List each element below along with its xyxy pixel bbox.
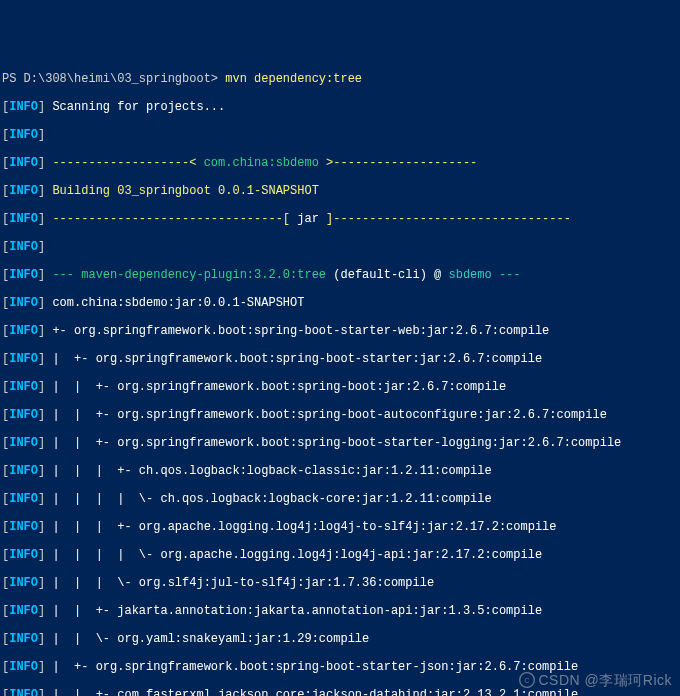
scan-text: Scanning for projects... <box>52 100 225 114</box>
tree-line: [INFO] | +- org.springframework.boot:spr… <box>2 352 680 366</box>
tree-line: [INFO] | | +- org.springframework.boot:s… <box>2 380 680 394</box>
info-line: [INFO] --- maven-dependency-plugin:3.2.0… <box>2 268 680 282</box>
tree-line: [INFO] | | | | \- org.apache.logging.log… <box>2 548 680 562</box>
artifact: sbdemo <box>449 268 492 282</box>
plugin-name: maven-dependency-plugin:3.2.0:tree <box>81 268 326 282</box>
build-title: Building 03_springboot 0.0.1-SNAPSHOT <box>52 184 318 198</box>
tree-line: [INFO] | | +- org.springframework.boot:s… <box>2 408 680 422</box>
tree-line: [INFO] | | | +- org.apache.logging.log4j… <box>2 520 680 534</box>
packaging: jar <box>297 212 319 226</box>
info-line: [INFO] Building 03_springboot 0.0.1-SNAP… <box>2 184 680 198</box>
tree-line: [INFO] | | +- org.springframework.boot:s… <box>2 436 680 450</box>
watermark-text: CSDN @李瑞珂Rick <box>539 672 673 688</box>
tree-line: [INFO] | | +- jakarta.annotation:jakarta… <box>2 604 680 618</box>
tree-root: [INFO] com.china:sbdemo:jar:0.0.1-SNAPSH… <box>2 296 680 310</box>
tree-line: [INFO] | | | | \- ch.qos.logback:logback… <box>2 492 680 506</box>
info-line: [INFO] <box>2 240 680 254</box>
project: com.china:sbdemo <box>204 156 319 170</box>
prompt-path: PS D:\308\heimi\03_springboot> <box>2 72 218 86</box>
info-line: [INFO] --------------------------------[… <box>2 212 680 226</box>
svg-text:C: C <box>524 677 529 684</box>
command: mvn dependency:tree <box>225 72 362 86</box>
info-line: [INFO] <box>2 128 680 142</box>
tree-line: [INFO] +- org.springframework.boot:sprin… <box>2 324 680 338</box>
prompt-line: PS D:\308\heimi\03_springboot> mvn depen… <box>2 72 680 86</box>
rule: -------------------< <box>52 156 203 170</box>
info-line: [INFO] Scanning for projects... <box>2 100 680 114</box>
info-tag: INFO <box>9 100 38 114</box>
tree-line: [INFO] | | | \- org.slf4j:jul-to-slf4j:j… <box>2 576 680 590</box>
csdn-logo-icon: C <box>519 672 535 688</box>
terminal-output[interactable]: PS D:\308\heimi\03_springboot> mvn depen… <box>0 56 680 696</box>
info-line: [INFO] -------------------< com.china:sb… <box>2 156 680 170</box>
tree-line: [INFO] | | \- org.yaml:snakeyaml:jar:1.2… <box>2 632 680 646</box>
tree-line: [INFO] | | | +- ch.qos.logback:logback-c… <box>2 464 680 478</box>
watermark: CCSDN @李瑞珂Rick <box>510 658 672 688</box>
tree-line: [INFO] | | +- com.fasterxml.jackson.core… <box>2 688 680 696</box>
